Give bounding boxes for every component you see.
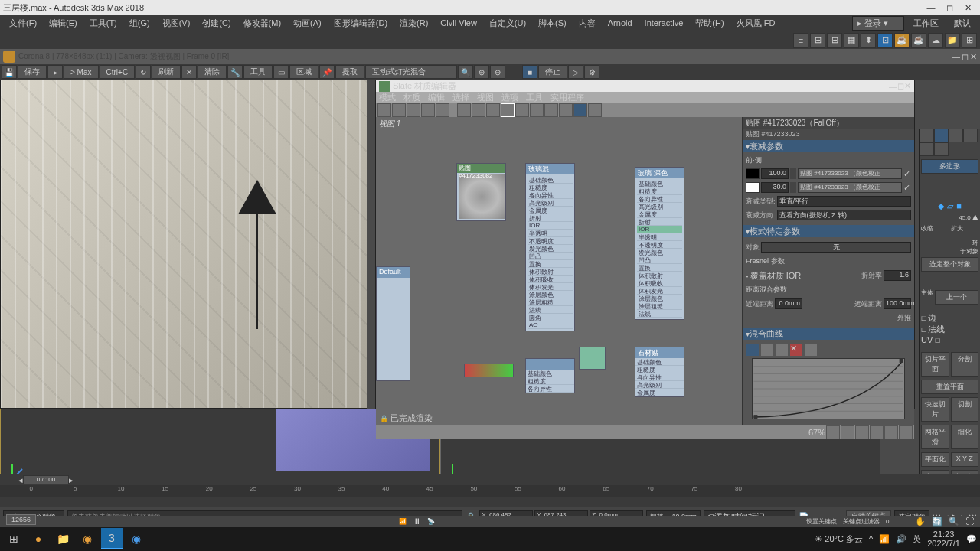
slate-menu-utilities[interactable]: 实用程序 bbox=[550, 92, 584, 103]
keyfilter-button[interactable]: 关键点过滤器 bbox=[843, 517, 880, 526]
r-pick[interactable]: 提取 bbox=[335, 65, 364, 79]
menu-help[interactable]: 帮助(H) bbox=[689, 18, 730, 29]
workspace-label[interactable]: 工作区 bbox=[907, 18, 945, 29]
slate-menu-tools[interactable]: 工具 bbox=[526, 92, 543, 103]
menu-interactive[interactable]: Interactive bbox=[639, 18, 690, 28]
slate-b-icon[interactable] bbox=[530, 103, 544, 117]
tab-motion[interactable] bbox=[963, 129, 978, 142]
nav-zoom-icon2[interactable]: 🔍 bbox=[949, 517, 959, 527]
wifi-icon[interactable]: 📶 bbox=[879, 534, 890, 544]
tb-render-icon[interactable]: ☕ bbox=[894, 33, 910, 48]
r-refresh-icon[interactable]: ↻ bbox=[136, 65, 151, 79]
timeline-position[interactable]: 0 / 100 bbox=[23, 475, 69, 484]
tab-display[interactable] bbox=[920, 142, 934, 156]
render-viewport[interactable] bbox=[0, 80, 368, 409]
slate-maximize[interactable]: ◻ bbox=[897, 81, 904, 91]
tb-panel-icon[interactable]: ⊞ bbox=[962, 33, 977, 48]
r-stop-icon[interactable]: ■ bbox=[522, 65, 537, 79]
value2-field[interactable]: 30.0 bbox=[761, 182, 789, 193]
rollout-curve[interactable]: ▾ 混合曲线 bbox=[743, 328, 914, 340]
nav-pan-icon[interactable] bbox=[870, 425, 884, 439]
selectwhole-button[interactable]: 选定整个对象 bbox=[921, 257, 978, 272]
curve-move-icon[interactable] bbox=[746, 343, 760, 357]
tab-modify[interactable] bbox=[934, 129, 949, 142]
ime-icon[interactable]: 英 bbox=[913, 533, 921, 545]
slate-pen-icon[interactable] bbox=[392, 103, 406, 117]
map2-button[interactable]: 贴图 #417233023 （颜色校正 bbox=[798, 182, 902, 193]
slate-grid-icon[interactable] bbox=[573, 103, 587, 117]
r-zoomin-icon[interactable]: ⊕ bbox=[474, 65, 489, 79]
default-node[interactable]: Default bbox=[376, 266, 410, 381]
menu-rendering[interactable]: 渲染(R) bbox=[394, 18, 434, 29]
menu-tools[interactable]: 工具(T) bbox=[83, 18, 123, 29]
curve-reset-icon[interactable] bbox=[804, 343, 818, 357]
r-x-icon[interactable]: ✕ bbox=[181, 65, 197, 79]
falloff-type-select[interactable]: 垂直/平行 bbox=[777, 196, 911, 207]
close-button[interactable]: ✕ bbox=[959, 2, 977, 14]
nav-max-icon[interactable]: ⛶ bbox=[965, 517, 974, 526]
tb-cloud-icon[interactable]: ☁ bbox=[928, 33, 943, 48]
tb-folder-icon[interactable]: 📁 bbox=[945, 33, 960, 48]
slate-a-icon[interactable] bbox=[515, 103, 529, 117]
menu-animation[interactable]: 动画(A) bbox=[287, 18, 328, 29]
menu-phoenix[interactable]: 火凤凰 FD bbox=[730, 18, 782, 29]
curve-del-icon[interactable]: ✕ bbox=[789, 343, 803, 357]
start-button[interactable]: ⊞ bbox=[3, 528, 24, 549]
menu-content[interactable]: 内容 bbox=[573, 18, 602, 29]
qslice-button[interactable]: 快速切片 bbox=[921, 397, 949, 422]
tb-image-icon[interactable]: ▦ bbox=[844, 33, 859, 48]
menu-file[interactable]: 文件(F) bbox=[3, 18, 43, 29]
menu-create[interactable]: 创建(C) bbox=[196, 18, 237, 29]
slate-menu-options[interactable]: 选项 bbox=[501, 92, 518, 103]
menu-group[interactable]: 组(G) bbox=[123, 18, 156, 29]
menu-arnold[interactable]: Arnold bbox=[602, 18, 639, 28]
slate-menu-view[interactable]: 视图 bbox=[477, 92, 494, 103]
cut-button[interactable]: 切割 bbox=[951, 397, 979, 422]
rollout-mode[interactable]: ▾ 模式特定参数 bbox=[743, 225, 914, 237]
edge-icon[interactable]: ◉ bbox=[126, 528, 147, 549]
tb-grid2-icon[interactable]: ⊞ bbox=[827, 33, 842, 48]
menu-scripting[interactable]: 脚本(S) bbox=[532, 18, 573, 29]
play-tb-icon[interactable]: ⏸ bbox=[413, 517, 421, 526]
curve-editor[interactable] bbox=[752, 358, 905, 419]
color1-swatch[interactable] bbox=[746, 168, 760, 179]
slate-cursor-icon[interactable] bbox=[377, 103, 391, 117]
explorer-icon[interactable]: 📁 bbox=[52, 528, 74, 549]
stone-node[interactable]: 石材贴 基础颜色粗糙度 各向异性高光级别 金属度 bbox=[635, 347, 684, 397]
r-pick-icon[interactable]: 📌 bbox=[319, 65, 335, 79]
view-tab[interactable]: 视图 1 bbox=[379, 119, 400, 129]
clock[interactable]: 21:23 2022/7/1 bbox=[927, 530, 960, 548]
tray-up-icon[interactable]: ^ bbox=[869, 534, 873, 543]
mix-node[interactable] bbox=[464, 364, 514, 377]
map1-button[interactable]: 贴图 #417233023 （颜色校正 bbox=[798, 168, 902, 179]
slate-menu-select[interactable]: 选择 bbox=[452, 92, 469, 103]
nav-fit-icon[interactable] bbox=[855, 425, 869, 439]
time-ruler[interactable]: 0 5 10 15 20 25 30 35 40 45 50 55 60 65 … bbox=[0, 485, 980, 497]
slate-layout2-icon[interactable] bbox=[472, 103, 485, 117]
r-mode-select[interactable]: 互动式灯光混合 bbox=[365, 65, 457, 79]
r-save-icon[interactable]: 💾 bbox=[2, 65, 17, 79]
slate-delete-icon[interactable] bbox=[436, 103, 449, 117]
r-save[interactable]: 保存 bbox=[18, 65, 47, 79]
tab-create[interactable] bbox=[920, 129, 934, 142]
r-region-icon[interactable]: ▭ bbox=[273, 65, 289, 79]
tab-utilities[interactable] bbox=[934, 142, 949, 156]
slate-menu-mode[interactable]: 模式 bbox=[379, 92, 396, 103]
slice-button[interactable]: 切片平面 bbox=[921, 352, 949, 377]
slate-menu-edit[interactable]: 编辑 bbox=[428, 92, 445, 103]
nav-extent-icon[interactable] bbox=[884, 425, 898, 439]
chrome-icon[interactable]: ● bbox=[28, 528, 49, 549]
so-poly-icon[interactable]: ■ bbox=[956, 201, 962, 211]
r-refresh[interactable]: 刷新 bbox=[152, 65, 181, 79]
slate-layout1-icon[interactable] bbox=[457, 103, 471, 117]
nav-sel-icon[interactable] bbox=[899, 425, 913, 439]
cast-icon[interactable]: 📡 bbox=[427, 518, 435, 525]
msmooth-button[interactable]: 网格平滑 bbox=[921, 425, 949, 449]
so-vertex-icon[interactable]: ◆ bbox=[938, 201, 944, 211]
wifi-tb-icon[interactable]: 📶 bbox=[399, 518, 407, 525]
login-dropdown[interactable]: ▸ 登录 ▾ bbox=[852, 16, 904, 31]
frame-field[interactable]: 0 bbox=[886, 518, 909, 525]
tb-snap-icon[interactable]: ⊡ bbox=[877, 33, 893, 48]
refine-button[interactable]: 细化 bbox=[951, 425, 979, 449]
slate-list-icon[interactable] bbox=[559, 103, 573, 117]
